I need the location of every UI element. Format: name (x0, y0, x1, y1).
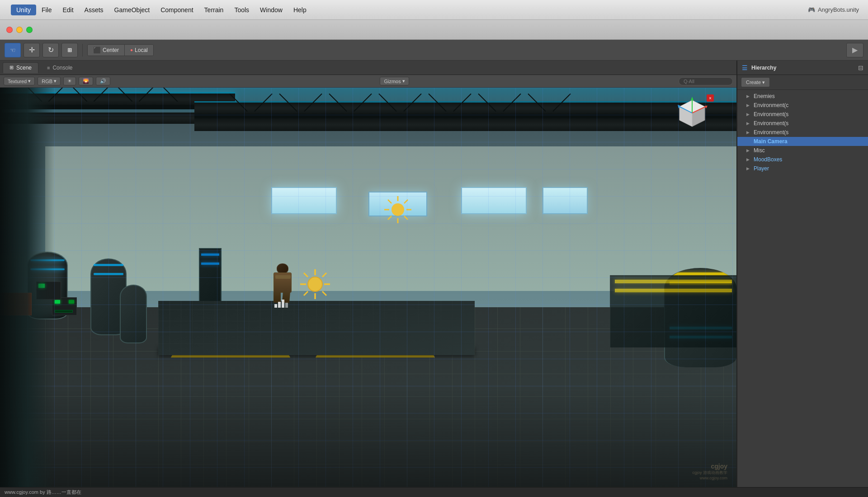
hand-icon: ☜ (10, 47, 16, 54)
hierarchy-item-env1[interactable]: ▶ Environment(c (737, 101, 868, 110)
hierarchy-item-enemies[interactable]: ▶ Enemies (737, 92, 868, 101)
menu-tools[interactable]: Tools (229, 5, 255, 15)
sun-toggle[interactable]: ☀ (63, 77, 76, 85)
player-label: Player (754, 165, 769, 172)
svg-line-20 (322, 273, 326, 277)
svg-marker-26 (691, 97, 693, 100)
audio-toggle[interactable]: 🔊 (96, 77, 110, 85)
main-camera-label: Main Camera (754, 138, 788, 145)
light-panel-1 (271, 187, 337, 214)
platform-surface (158, 301, 475, 355)
create-dropdown-button[interactable]: Create ▾ (741, 77, 770, 87)
svg-line-7 (404, 200, 408, 203)
arrow-env3: ▶ (746, 121, 751, 126)
console-tab-icon: ≡ (47, 65, 50, 70)
scene-view[interactable]: × cgjoy cgjoy 游戏动画教学 www.cgjoy.com (0, 88, 736, 487)
gizmo-close-button[interactable]: × (707, 94, 714, 102)
arrow-main-camera (746, 139, 751, 144)
play-button[interactable]: ▶ (846, 43, 863, 57)
minimize-button[interactable] (16, 27, 23, 33)
character-figure (271, 263, 294, 300)
sun-gizmo (382, 194, 414, 227)
env4-label: Environment(s (754, 129, 788, 136)
textured-label: Textured (8, 79, 27, 84)
textured-dropdown[interactable]: Textured ▾ (4, 77, 35, 85)
char-head (277, 263, 288, 273)
traffic-lights (6, 27, 33, 33)
skybox-toggle[interactable]: 🌄 (79, 77, 93, 85)
scene-tab-icon: ⊞ (9, 65, 14, 70)
menu-gameobject[interactable]: GameObject (109, 5, 156, 15)
move-icon: ✛ (29, 46, 35, 54)
tab-console[interactable]: ≡ Console (40, 62, 79, 73)
hierarchy-item-player[interactable]: ▶ Player (737, 164, 868, 173)
create-label: Create (746, 80, 761, 85)
local-pivot-button[interactable]: ● Local (125, 45, 153, 56)
hand-tool-button[interactable]: ☜ (5, 43, 21, 57)
char-stats-icon (274, 297, 292, 310)
svg-rect-10 (278, 302, 281, 308)
hierarchy-item-moodboxes[interactable]: ▶ MoodBoxes (737, 155, 868, 164)
center-pivot-button[interactable]: ⬛ Center (88, 45, 125, 56)
bg-struct-stripe-1 (615, 280, 732, 283)
menu-edit[interactable]: Edit (57, 5, 79, 15)
char-armor-1 (275, 275, 291, 279)
bg-structure-right (610, 275, 736, 347)
scene-search-input[interactable] (679, 77, 733, 85)
rotate-tool-button[interactable]: ↻ (42, 43, 59, 57)
gizmos-dropdown[interactable]: Gizmos ▾ (380, 77, 409, 85)
pillar-band-2 (201, 263, 219, 265)
svg-line-18 (304, 273, 308, 277)
char-sun-gizmo (298, 267, 332, 303)
hierarchy-panel: ☰ Hierarchy ⊟ Create ▾ ▶ Enemies ▶ Envir… (737, 61, 868, 487)
scene-tab-label: Scene (16, 65, 32, 71)
menu-component[interactable]: Component (155, 5, 198, 15)
dropdown-arrow-icon: ▾ (28, 78, 31, 84)
bg-struct-stripe-2 (615, 289, 732, 292)
beam-center-cross (194, 114, 736, 118)
hierarchy-item-env4[interactable]: ▶ Environment(s (737, 128, 868, 137)
box-green-1 (52, 297, 77, 315)
hierarchy-title: Hierarchy (751, 65, 854, 71)
title-bar (0, 20, 868, 40)
center-label: Center (103, 47, 119, 53)
menu-file[interactable]: File (36, 5, 57, 15)
menu-unity[interactable]: Unity (11, 5, 36, 15)
rotate-icon: ↻ (48, 46, 54, 54)
env1-label: Environment(c (754, 102, 788, 108)
menu-terrain[interactable]: Terrain (199, 5, 229, 15)
svg-point-13 (308, 277, 322, 291)
sun-icon: ☀ (67, 78, 72, 84)
tab-scene[interactable]: ⊞ Scene (3, 62, 38, 73)
svg-rect-12 (285, 303, 288, 308)
hierarchy-item-misc[interactable]: ▶ Misc (737, 146, 868, 155)
hierarchy-collapse-button[interactable]: ⊟ (858, 64, 863, 71)
beam-center (194, 101, 736, 114)
misc-label: Misc (754, 147, 765, 154)
menu-help[interactable]: Help (288, 5, 312, 15)
local-icon: ● (130, 47, 133, 52)
gizmos-arrow-icon: ▾ (402, 78, 405, 84)
cyl-mid-band-2 (94, 273, 123, 275)
green-strip-1 (55, 310, 73, 313)
window-title: 🎮 AngryBots.unity (808, 6, 859, 13)
scale-tool-button[interactable]: ⊞ (61, 43, 78, 57)
hierarchy-item-env2[interactable]: ▶ Environment(s (737, 110, 868, 119)
hierarchy-toolbar: Create ▾ (737, 75, 868, 90)
close-button[interactable] (6, 27, 13, 33)
menu-assets[interactable]: Assets (79, 5, 109, 15)
scene-axis-gizmo: × (673, 97, 712, 137)
maximize-button[interactable] (26, 27, 33, 33)
svg-line-6 (404, 216, 408, 220)
console-tab-label: Console (52, 65, 72, 71)
env3-label: Environment(s (754, 120, 788, 127)
hierarchy-item-env3[interactable]: ▶ Environment(s (737, 119, 868, 128)
pillar-band (201, 253, 219, 256)
skybox-icon: 🌄 (83, 78, 89, 84)
hierarchy-item-main-camera[interactable]: Main Camera (737, 137, 868, 146)
rgb-dropdown[interactable]: RGB ▾ (38, 77, 61, 85)
toolbar: ☜ ✛ ↻ ⊞ ⬛ Center ● Local ▶ (0, 40, 868, 61)
cylinder-mid-2 (120, 285, 147, 343)
move-tool-button[interactable]: ✛ (24, 43, 40, 57)
menu-window[interactable]: Window (255, 5, 288, 15)
